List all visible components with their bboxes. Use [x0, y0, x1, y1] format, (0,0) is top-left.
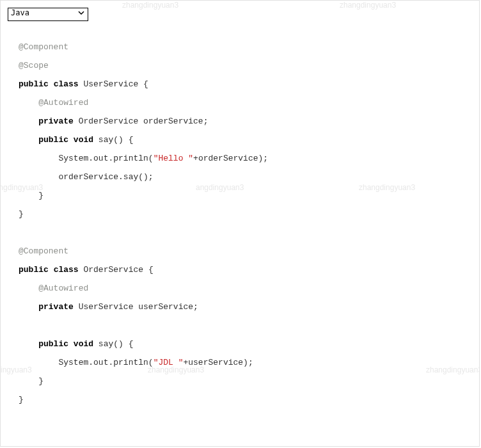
code-token-kw: public — [19, 79, 49, 89]
code-token-ann: @Autowired — [38, 284, 88, 293]
code-token-pln — [68, 135, 74, 145]
code-token-cls: UserService — [83, 79, 138, 89]
code-token-pln: say() { — [93, 135, 133, 145]
code-line: public class OrderService { — [19, 260, 471, 279]
code-token-ann: @Autowired — [38, 98, 88, 108]
code-token-pln — [49, 265, 54, 275]
code-token-pln: +orderService); — [193, 154, 268, 163]
code-token-kw: public — [38, 135, 68, 145]
code-line: System.out.println("JDL "+userService); — [19, 353, 471, 372]
code-block: @Component@Scopepublic class UserService… — [19, 38, 471, 409]
code-token-kw: private — [38, 116, 74, 126]
code-token-pln: UserService userService; — [74, 302, 198, 312]
code-token-pln — [49, 79, 54, 89]
code-line: @Component — [19, 38, 471, 56]
code-line: orderService.say(); — [19, 168, 471, 186]
code-token-pln: } — [38, 376, 43, 386]
code-line: @Autowired — [19, 279, 471, 298]
code-token-kw: class — [54, 79, 79, 89]
code-line: @Autowired — [19, 93, 471, 112]
code-token-kw: private — [38, 302, 74, 312]
code-line: public void say() { — [19, 335, 471, 353]
code-token-pln: { — [143, 265, 154, 275]
code-line: } — [19, 372, 471, 390]
code-token-pln: } — [19, 395, 24, 404]
watermark-text: zhangdingyuan3 — [122, 1, 178, 10]
code-token-pln: } — [19, 209, 24, 219]
code-token-pln: { — [138, 79, 148, 89]
code-token-pln: say() { — [93, 339, 133, 349]
code-token-kw: class — [54, 265, 79, 275]
code-token-kw: public — [19, 265, 49, 275]
code-line: System.out.println("Hello "+orderService… — [19, 149, 471, 168]
code-token-str: "JDL " — [154, 358, 184, 367]
code-token-ann: @Component — [19, 42, 68, 52]
code-line: } — [19, 205, 471, 223]
code-token-kw: public — [38, 339, 68, 349]
code-token-pln: System.out.println( — [58, 154, 153, 163]
language-selector[interactable]: Java — [8, 8, 88, 21]
code-line: public class UserService { — [19, 75, 471, 93]
code-line: @Component — [19, 242, 471, 260]
language-selected-value: Java — [11, 8, 29, 17]
code-token-kw: void — [74, 135, 93, 145]
code-token-pln: +userService); — [183, 358, 253, 367]
code-token-cls: OrderService — [83, 265, 143, 275]
code-line: public void say() { — [19, 131, 471, 149]
code-line: private UserService userService; — [19, 298, 471, 316]
code-line — [19, 223, 471, 242]
code-token-pln: orderService.say(); — [58, 172, 153, 182]
code-token-pln — [68, 339, 74, 349]
code-token-pln: } — [38, 191, 43, 200]
watermark-text: zhangdingyuan3 — [340, 1, 396, 10]
code-line: private OrderService orderService; — [19, 112, 471, 131]
code-token-pln: System.out.println( — [58, 358, 153, 367]
code-line: } — [19, 390, 471, 409]
code-line — [19, 316, 471, 335]
code-token-ann: @Scope — [19, 61, 49, 70]
code-token-kw: void — [74, 339, 93, 349]
code-token-ann: @Component — [19, 246, 68, 256]
code-viewer-container: Java @Component@Scopepublic class UserSe… — [0, 0, 480, 447]
code-line: } — [19, 186, 471, 205]
code-token-str: "Hello " — [154, 154, 193, 163]
code-token-pln: OrderService orderService; — [74, 116, 209, 126]
code-line: @Scope — [19, 56, 471, 75]
